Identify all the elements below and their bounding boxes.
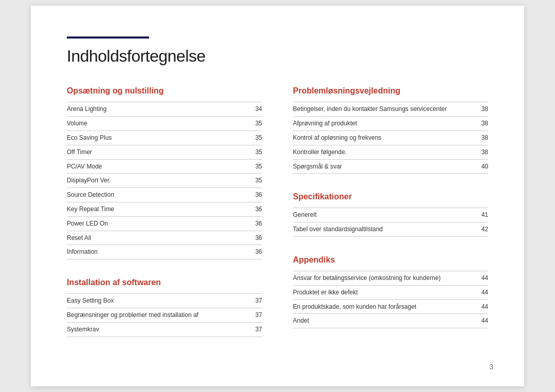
toc-item-label: Easy Setting Box [67, 296, 252, 305]
toc-item: Power LED On36 [67, 217, 262, 231]
toc-item-page: 41 [478, 211, 488, 219]
toc-item-page: 38 [478, 134, 488, 142]
toc-item-label: Off Timer [67, 148, 252, 157]
toc-item: Begrænsninger og problemer med installat… [67, 308, 262, 323]
toc-item-page: 35 [252, 134, 262, 142]
toc-item: Information36 [67, 245, 262, 259]
toc-item-page: 38 [478, 148, 488, 157]
toc-item-page: 35 [252, 176, 262, 185]
toc-item-label: Power LED On [67, 219, 252, 228]
toc-list: Generelt41Tabel over standardsignaltilst… [293, 208, 488, 237]
toc-item-page: 36 [252, 219, 262, 228]
toc-item-page: 44 [478, 274, 488, 283]
section-title: Appendiks [293, 255, 488, 265]
toc-item-label: Reset All [67, 234, 252, 242]
section-title: Specifikationer [293, 192, 488, 201]
toc-item: Systemkrav37 [67, 323, 262, 337]
toc-item-page: 37 [252, 325, 262, 334]
toc-item-label: Ansvar for betalingsservice (omkostning … [293, 274, 478, 283]
toc-item-label: Eco Saving Plus [67, 134, 252, 142]
toc-item: Off Timer35 [67, 145, 262, 160]
toc-item: Source Detection36 [67, 188, 262, 202]
toc-item-label: Produktet er ikke defekt [293, 288, 478, 297]
toc-item-page: 34 [252, 105, 262, 114]
toc-item-page: 35 [252, 162, 262, 171]
toc-item-label: PC/AV Mode [67, 162, 252, 171]
toc-item: PC/AV Mode35 [67, 160, 262, 174]
toc-item-page: 42 [478, 225, 488, 234]
toc-item-page: 37 [252, 296, 262, 305]
content-columns: Opsætning og nulstillingArena Lighting34… [67, 86, 488, 355]
toc-item-label: Information [67, 248, 252, 256]
toc-section-problemloesning: ProblemløsningsvejledningBetingelser, in… [293, 86, 488, 174]
toc-item: En produktskade, som kunden har forårsag… [293, 300, 488, 314]
toc-item-page: 36 [252, 234, 262, 242]
toc-item-label: DisplayPort Ver. [67, 176, 252, 185]
toc-item: Reset All36 [67, 231, 262, 246]
right-column: ProblemløsningsvejledningBetingelser, in… [293, 86, 488, 355]
toc-item-page: 40 [478, 162, 488, 171]
toc-item-page: 36 [252, 205, 262, 214]
toc-item-label: Andet [293, 316, 478, 325]
section-title: Problemløsningsvejledning [293, 86, 488, 96]
toc-item-label: Key Repeat Time [67, 205, 252, 214]
toc-item-label: Begrænsninger og problemer med installat… [67, 311, 252, 320]
toc-item: Andet44 [293, 314, 488, 328]
toc-item-label: Kontroller følgende. [293, 148, 478, 157]
toc-item: Key Repeat Time36 [67, 202, 262, 217]
toc-item-page: 44 [478, 303, 488, 311]
toc-item-label: Betingelser, inden du kontakter Samsungs… [293, 105, 478, 114]
toc-item-label: Kontrol af opløsning og frekvens [293, 134, 478, 142]
page-title: Indholdsfortegnelse [67, 47, 488, 66]
toc-item-page: 35 [252, 148, 262, 157]
toc-item-label: Afprøvning af produktet [293, 119, 478, 128]
toc-item-label: Generelt [293, 211, 478, 219]
toc-item: DisplayPort Ver.35 [67, 174, 262, 188]
toc-item: Kontroller følgende.38 [293, 145, 488, 160]
toc-item-label: Spørgsmål & svar [293, 162, 478, 171]
toc-item-page: 37 [252, 311, 262, 320]
top-border-decoration [67, 36, 149, 39]
toc-item-page: 36 [252, 248, 262, 256]
section-title: Opsætning og nulstilling [67, 86, 262, 96]
toc-section-appendiks: AppendiksAnsvar for betalingsservice (om… [293, 255, 488, 328]
toc-item: Ansvar for betalingsservice (omkostning … [293, 271, 488, 286]
toc-item: Arena Lighting34 [67, 102, 262, 117]
page-number: 3 [489, 363, 493, 371]
toc-list: Arena Lighting34Volume35Eco Saving Plus3… [67, 102, 262, 259]
toc-item-label: Source Detection [67, 191, 252, 199]
document-page: Indholdsfortegnelse Opsætning og nulstil… [31, 6, 524, 386]
toc-item: Volume35 [67, 117, 262, 131]
toc-item-label: Volume [67, 119, 252, 128]
toc-item: Kontrol af opløsning og frekvens38 [293, 131, 488, 145]
toc-list: Ansvar for betalingsservice (omkostning … [293, 271, 488, 328]
toc-list: Easy Setting Box37Begrænsninger og probl… [67, 293, 262, 337]
toc-section-opsaetning: Opsætning og nulstillingArena Lighting34… [67, 86, 262, 259]
toc-item-page: 35 [252, 119, 262, 128]
toc-item-page: 44 [478, 316, 488, 325]
toc-section-installation: Installation af softwarenEasy Setting Bo… [67, 278, 262, 337]
toc-list: Betingelser, inden du kontakter Samsungs… [293, 102, 488, 174]
section-title: Installation af softwaren [67, 278, 262, 287]
toc-item: Easy Setting Box37 [67, 294, 262, 308]
toc-item: Generelt41 [293, 208, 488, 222]
toc-item: Tabel over standardsignaltilstand42 [293, 222, 488, 237]
toc-item-page: 44 [478, 288, 488, 297]
toc-item-page: 36 [252, 191, 262, 199]
left-column: Opsætning og nulstillingArena Lighting34… [67, 86, 262, 355]
toc-section-specifikationer: SpecifikationerGenerelt41Tabel over stan… [293, 192, 488, 237]
toc-item: Spørgsmål & svar40 [293, 160, 488, 174]
toc-item-page: 38 [478, 119, 488, 128]
toc-item: Betingelser, inden du kontakter Samsungs… [293, 102, 488, 117]
toc-item-label: En produktskade, som kunden har forårsag… [293, 303, 478, 311]
toc-item-label: Arena Lighting [67, 105, 252, 114]
toc-item-label: Systemkrav [67, 325, 252, 334]
toc-item-label: Tabel over standardsignaltilstand [293, 225, 478, 234]
toc-item: Afprøvning af produktet38 [293, 117, 488, 131]
toc-item-page: 38 [478, 105, 488, 114]
toc-item: Eco Saving Plus35 [67, 131, 262, 145]
toc-item: Produktet er ikke defekt44 [293, 286, 488, 300]
